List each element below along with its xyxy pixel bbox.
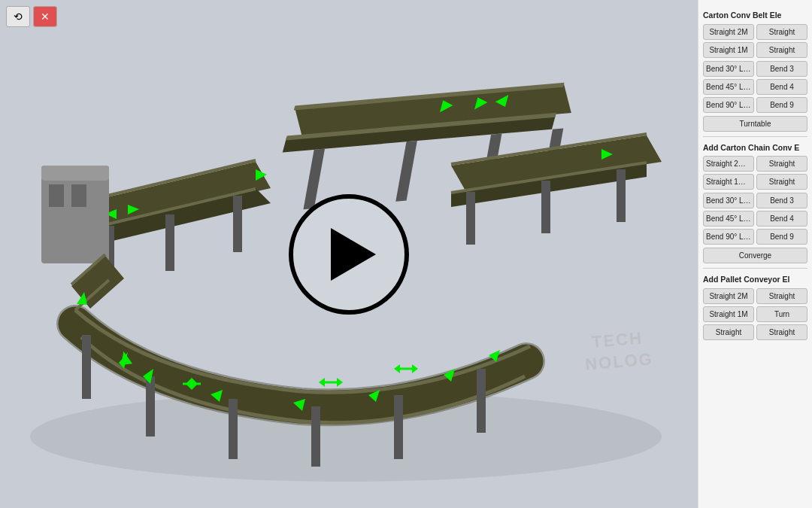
top-controls: ⟲ ✕: [6, 6, 57, 27]
svg-rect-59: [617, 169, 626, 222]
bend45-right-belt-btn[interactable]: Bend 4: [756, 79, 807, 95]
straight-1mx8-chain-btn[interactable]: Straight 1MX8: [703, 174, 754, 190]
straight-2mx8-chain-btn[interactable]: Straight 2MX8: [703, 156, 754, 172]
straight-1m-belt-btn[interactable]: Straight 1M: [703, 42, 754, 58]
sidebar: Carton Conv Belt Ele Straight 2M Straigh…: [698, 0, 812, 508]
straight-belt-btn2[interactable]: Straight: [756, 42, 807, 58]
svg-rect-57: [466, 192, 475, 245]
pallet-grid: Straight 2M Straight Straight 1M Turn St…: [703, 288, 807, 340]
section1-title: Carton Conv Belt Ele: [703, 11, 807, 21]
svg-rect-24: [41, 166, 109, 181]
bend30-left-belt-btn[interactable]: Bend 30° Left: [703, 61, 754, 77]
svg-rect-25: [49, 184, 64, 207]
svg-rect-17: [233, 196, 242, 252]
straight-pallet-btn2[interactable]: Straight: [703, 324, 754, 340]
close-button[interactable]: ✕: [33, 6, 57, 27]
bend45-left-chain-btn[interactable]: Bend 45° Left: [703, 211, 754, 227]
carton-chain-grid: Straight 2MX8 Straight Straight 1MX8 Str…: [703, 156, 807, 190]
carton-belt-bends-grid: Bend 30° Left Bend 3 Bend 45° Left Bend …: [703, 61, 807, 113]
bend90-left-chain-btn[interactable]: Bend 90° Left: [703, 229, 754, 245]
bend90-right-belt-btn[interactable]: Bend 9: [756, 97, 807, 113]
divider1: [703, 136, 807, 137]
bend30-left-chain-btn[interactable]: Bend 30° Left: [703, 193, 754, 208]
turntable-btn[interactable]: Turntable: [703, 116, 807, 132]
svg-rect-58: [541, 181, 550, 233]
divider2: [703, 268, 807, 269]
straight-chain-btn1[interactable]: Straight: [756, 156, 807, 172]
canvas-area: ⟲ ✕: [0, 0, 698, 508]
bend45-left-belt-btn[interactable]: Bend 45° Left: [703, 79, 754, 95]
section2-title: Add Carton Chain Conv E: [703, 143, 807, 154]
straight-2m-belt-btn[interactable]: Straight 2M: [703, 24, 754, 40]
straight-pallet-btn1[interactable]: Straight: [756, 288, 807, 304]
turntable-grid: Turntable: [703, 116, 807, 132]
play-button[interactable]: [289, 194, 409, 315]
carton-chain-bends-grid: Bend 30° Left Bend 3 Bend 45° Left Bend …: [703, 193, 807, 245]
carton-belt-grid: Straight 2M Straight Straight 1M Straigh…: [703, 24, 807, 58]
straight-chain-btn2[interactable]: Straight: [756, 174, 807, 190]
section3-title: Add Pallet Conveyor El: [703, 275, 807, 285]
bend90-left-belt-btn[interactable]: Bend 90° Left: [703, 97, 754, 113]
turn-pallet-btn[interactable]: Turn: [756, 306, 807, 322]
bend30-right-chain-btn[interactable]: Bend 3: [756, 193, 807, 208]
machine-left: [41, 166, 109, 263]
svg-rect-16: [165, 214, 174, 271]
converge-btn[interactable]: Converge: [703, 248, 807, 263]
straight-2m-pallet-btn[interactable]: Straight 2M: [703, 288, 754, 304]
straight-pallet-btn3[interactable]: Straight: [756, 324, 807, 340]
converge-grid: Converge: [703, 248, 807, 263]
play-icon: [331, 228, 376, 281]
straight-1m-pallet-btn[interactable]: Straight 1M: [703, 306, 754, 322]
undo-button[interactable]: ⟲: [6, 6, 30, 27]
bend30-right-belt-btn[interactable]: Bend 3: [756, 61, 807, 77]
svg-rect-26: [71, 184, 86, 207]
bend90-right-chain-btn[interactable]: Bend 9: [756, 229, 807, 245]
straight-belt-btn1[interactable]: Straight: [756, 24, 807, 40]
bend45-right-chain-btn[interactable]: Bend 4: [756, 211, 807, 227]
